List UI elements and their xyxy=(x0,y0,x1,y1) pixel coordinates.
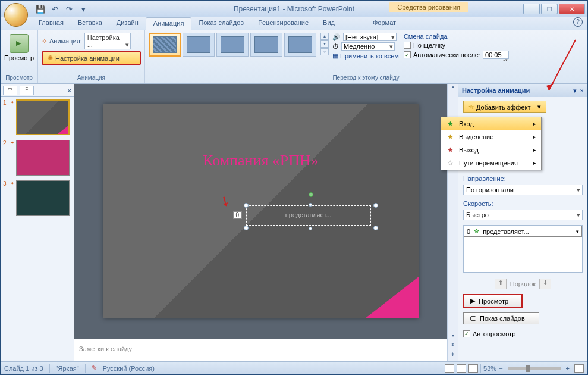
zoom-thumb[interactable] xyxy=(526,365,530,372)
menu-emphasis[interactable]: ★ Выделение xyxy=(441,130,541,143)
tab-slideshow[interactable]: Показ слайдов xyxy=(191,17,251,30)
transition-item[interactable] xyxy=(250,33,282,57)
tab-animation[interactable]: Анимация xyxy=(146,17,192,30)
slides-pane-close-icon[interactable]: × xyxy=(68,87,71,94)
spellcheck-icon[interactable]: ✎ xyxy=(92,364,97,372)
tab-view[interactable]: Вид xyxy=(316,17,342,30)
apply-to-all-button[interactable]: ▦ Применить ко всем xyxy=(332,52,399,60)
undo-icon[interactable]: ↶ xyxy=(48,2,61,15)
sound-combo[interactable]: [Нет звука] xyxy=(343,33,397,41)
add-effect-button[interactable]: ✮ Добавить эффект xyxy=(463,101,546,113)
animation-list[interactable]: 0 ✮ представляет... xyxy=(463,225,583,273)
maximize-button[interactable]: ❐ xyxy=(541,4,558,14)
zoom-in-icon[interactable]: + xyxy=(566,365,570,372)
auto-after-time[interactable]: 00:05 xyxy=(483,51,509,59)
slides-tab-icon[interactable]: ▭ xyxy=(3,86,17,95)
anim-speed-combo[interactable]: Быстро xyxy=(463,210,583,220)
selection-handle[interactable] xyxy=(373,226,378,230)
fit-window-icon[interactable] xyxy=(574,364,584,373)
animation-indicator-icon: ✦ xyxy=(10,140,16,176)
scroll-up-icon[interactable]: ▴ xyxy=(448,84,458,93)
anim-item-number: 0 xyxy=(467,228,470,235)
speed-icon: ⏱ xyxy=(332,43,339,50)
window-controls: — ❐ ✕ xyxy=(522,4,585,14)
tab-format[interactable]: Формат xyxy=(366,17,403,30)
transition-options: 🔊 [Нет звука] ⏱ Медленно ▦ Применить ко … xyxy=(332,33,399,60)
auto-after-checkbox[interactable]: ✓ xyxy=(404,51,411,58)
thumbnail-row[interactable]: 1 ✦ xyxy=(3,99,71,135)
menu-exit[interactable]: ★ Выход xyxy=(441,143,541,157)
group-label-animation: Анимация xyxy=(42,73,141,81)
selection-handle[interactable] xyxy=(373,203,378,208)
gallery-scroll: ▴ ▾ ▿ xyxy=(320,33,329,58)
slide-canvas[interactable]: Компания «РПН» представляет... 0 ➘ xyxy=(74,84,447,339)
transition-item[interactable] xyxy=(183,33,215,57)
slideshow-button[interactable]: 🖵 Показ слайдов xyxy=(463,312,539,324)
animation-order-tag[interactable]: 0 xyxy=(233,211,243,219)
tab-home[interactable]: Главная xyxy=(32,17,71,30)
slide-title-text[interactable]: Компания «РПН» xyxy=(103,152,419,170)
custom-animation-button[interactable]: ✺ Настройка анимации xyxy=(42,51,141,65)
preview-button[interactable]: Просмотр xyxy=(4,33,34,61)
selection-handle[interactable] xyxy=(244,203,249,208)
help-icon[interactable]: ? xyxy=(573,17,583,27)
rotation-handle[interactable] xyxy=(309,192,313,197)
tab-design[interactable]: Дизайн xyxy=(109,17,146,30)
gallery-up-icon[interactable]: ▴ xyxy=(320,33,329,40)
transition-speed-combo[interactable]: Медленно xyxy=(341,42,395,51)
slide-thumbnail[interactable] xyxy=(16,180,70,216)
tab-insert[interactable]: Вставка xyxy=(71,17,109,30)
animation-list-item[interactable]: 0 ✮ представляет... xyxy=(464,226,582,237)
menu-entrance[interactable]: ★ Вход xyxy=(441,117,541,130)
slideshow-view-icon[interactable] xyxy=(468,364,478,373)
gallery-more-icon[interactable]: ▿ xyxy=(320,48,329,55)
animation-combo[interactable]: Настройка ... xyxy=(84,33,131,49)
zoom-out-icon[interactable]: − xyxy=(499,365,502,372)
autopreview-checkbox[interactable]: ✓ xyxy=(463,330,470,338)
group-transition: ▴ ▾ ▿ 🔊 [Нет звука] ⏱ Медленно xyxy=(145,30,587,83)
slide-change-title: Смена слайда xyxy=(404,33,509,40)
redo-icon[interactable]: ↷ xyxy=(62,2,76,15)
move-down-button[interactable]: ⬇ xyxy=(539,279,551,289)
taskpane-close-icon[interactable]: × xyxy=(580,87,584,94)
menu-motion-paths[interactable]: ☆ Пути перемещения xyxy=(441,157,541,170)
office-button[interactable] xyxy=(4,3,28,27)
thumbnail-row[interactable]: 2 ✦ xyxy=(3,140,71,176)
zoom-slider[interactable] xyxy=(508,367,561,370)
selection-handle[interactable] xyxy=(309,203,312,207)
slide-subtitle-text: представляет... xyxy=(285,211,332,218)
slides-pane-tabs: ▭ ≡ × xyxy=(1,84,74,97)
move-up-button[interactable]: ⬆ xyxy=(495,279,507,289)
notes-pane[interactable]: Заметки к слайду xyxy=(74,339,447,361)
tab-review[interactable]: Рецензирование xyxy=(251,17,316,30)
on-click-checkbox[interactable] xyxy=(404,42,411,49)
sound-icon: 🔊 xyxy=(332,33,341,41)
prev-slide-icon[interactable]: ⇞ xyxy=(448,342,458,352)
slide-thumbnail[interactable] xyxy=(16,99,70,135)
next-slide-icon[interactable]: ⇟ xyxy=(448,352,458,361)
transition-item[interactable] xyxy=(149,33,181,57)
sorter-view-icon[interactable] xyxy=(457,364,466,373)
thumbnail-row[interactable]: 3 ✦ xyxy=(3,180,71,216)
transition-item[interactable] xyxy=(284,33,316,57)
scroll-down-icon[interactable]: ▾ xyxy=(448,333,458,342)
outline-tab-icon[interactable]: ≡ xyxy=(20,86,34,95)
slide-subtitle-textbox[interactable]: представляет... xyxy=(246,205,371,226)
play-preview-button[interactable]: ▶ Просмотр xyxy=(463,294,523,308)
taskpane-dropdown-icon[interactable]: ▾ xyxy=(573,87,577,95)
qat-more-icon[interactable]: ▾ xyxy=(77,2,90,15)
direction-combo[interactable]: По горизонтали xyxy=(463,185,583,195)
save-icon[interactable]: 💾 xyxy=(34,2,47,15)
gallery-down-icon[interactable]: ▾ xyxy=(320,40,329,48)
transition-item[interactable] xyxy=(216,33,249,57)
slide[interactable]: Компания «РПН» представляет... 0 ➘ xyxy=(103,104,419,318)
zoom-percent[interactable]: 53% xyxy=(483,365,496,372)
menu-exit-label: Выход xyxy=(459,146,479,154)
close-button[interactable]: ✕ xyxy=(559,4,585,14)
slide-thumbnail[interactable] xyxy=(16,140,70,176)
normal-view-icon[interactable] xyxy=(445,364,454,373)
language-label[interactable]: Русский (Россия) xyxy=(103,365,155,372)
minimize-button[interactable]: — xyxy=(523,4,540,14)
selection-handle[interactable] xyxy=(244,226,249,230)
selection-handle[interactable] xyxy=(309,227,312,230)
